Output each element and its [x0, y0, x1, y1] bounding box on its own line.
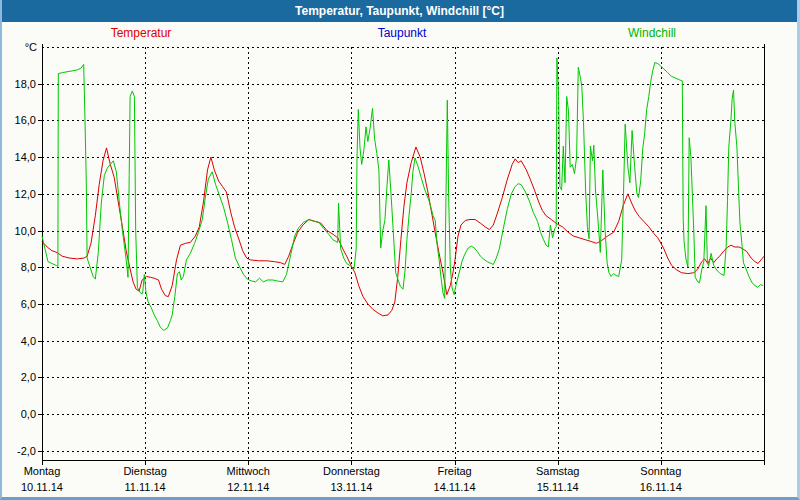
y-tick-label: 2,0: [21, 371, 36, 383]
y-tick-label: -2,0: [17, 445, 36, 457]
day-date-label: 10.11.14: [21, 481, 63, 493]
day-date-label: 12.11.14: [227, 481, 269, 493]
day-name-label: Montag: [24, 465, 61, 477]
y-tick-label: 12,0: [15, 188, 36, 200]
y-tick-label: 14,0: [15, 151, 36, 163]
day-name-label: Donnerstag: [323, 465, 380, 477]
day-name-label: Freitag: [437, 465, 471, 477]
day-date-label: 15.11.14: [537, 481, 579, 493]
y-tick-label: 8,0: [21, 261, 36, 273]
day-name-label: Mittwoch: [227, 465, 270, 477]
y-tick-label: 6,0: [21, 298, 36, 310]
day-date-label: 16.11.14: [640, 481, 682, 493]
day-name-label: Samstag: [536, 465, 579, 477]
chart-window: Temperatur, Taupunkt, Windchill [°C] Tem…: [0, 0, 800, 500]
y-tick-label: 0,0: [21, 408, 36, 420]
y-tick-label: 4,0: [21, 335, 36, 347]
y-axis-unit-label: °C: [25, 41, 37, 53]
y-tick-label: 16,0: [15, 114, 36, 126]
day-date-label: 14.11.14: [434, 481, 476, 493]
plot-svg: 18,016,014,012,010,08,06,04,02,00,0-2,0°…: [2, 0, 800, 500]
y-tick-label: 10,0: [15, 225, 36, 237]
day-name-label: Dienstag: [123, 465, 166, 477]
y-tick-label: 18,0: [15, 78, 36, 90]
day-date-label: 11.11.14: [125, 481, 166, 493]
day-date-label: 13.11.14: [330, 481, 372, 493]
day-name-label: Sonntag: [640, 465, 681, 477]
